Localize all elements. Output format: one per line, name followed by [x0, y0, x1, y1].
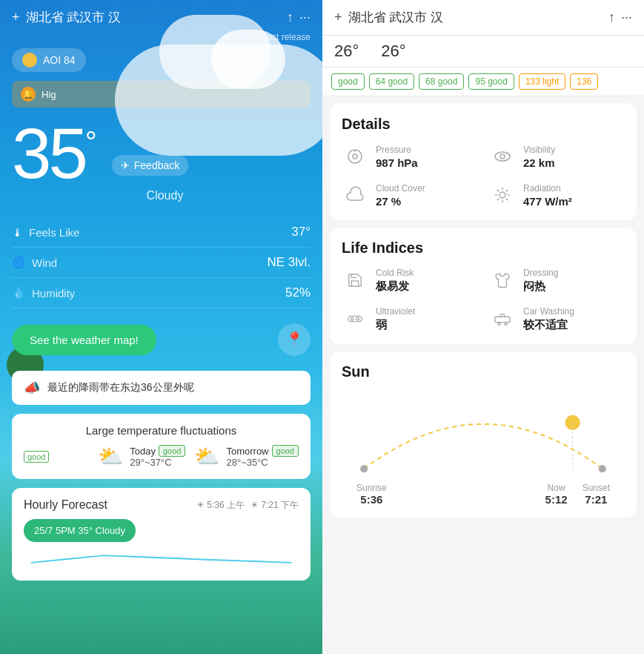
cold-risk-value: 极易发	[376, 280, 414, 294]
left-panel: + 湖北省 武汉市 汉 ↑ ··· just release AOI 84 🔔 …	[0, 0, 322, 654]
ultraviolet-value: 弱	[376, 318, 415, 332]
svg-point-16	[356, 317, 359, 320]
ultraviolet-info: Ultraviolet 弱	[376, 306, 415, 332]
cold-risk-info: Cold Risk 极易发	[376, 268, 414, 294]
car-washing-value: 较不适宜	[523, 318, 574, 332]
pressure-value: 987 hPa	[376, 156, 418, 169]
main-weather: 35 ° ✈ Feedback Cloudy	[0, 110, 322, 202]
right-share-icon[interactable]: ↑	[608, 10, 615, 25]
svg-point-18	[498, 323, 501, 326]
svg-line-12	[506, 190, 508, 191]
details-grid: Pressure 987 hPa Visibility 22 km	[342, 143, 625, 208]
svg-point-1	[353, 154, 357, 159]
pressure-icon	[342, 143, 368, 170]
cloud-cover-icon	[342, 182, 368, 208]
car-washing-label: Car Washing	[523, 306, 574, 317]
car-washing-item: Car Washing 较不适宜	[489, 305, 625, 332]
current-hour-slot: 25/7 5PM 35° Cloudy	[24, 519, 136, 542]
right-temps: 26° 26°	[322, 36, 644, 67]
hourly-graph	[24, 548, 299, 570]
temp-1: 26°	[334, 42, 359, 61]
sunrise-time: 5:36	[356, 493, 387, 506]
aqi-label: AOI 84	[43, 54, 76, 66]
visibility-icon	[489, 143, 516, 170]
cloud-cover-item: Cloud Cover 27 %	[342, 182, 477, 208]
dressing-label: Dressing	[523, 268, 558, 278]
temp-row: 35 ° ✈ Feedback	[12, 118, 311, 189]
humidity-value: 52%	[285, 285, 311, 300]
thermometer-icon: 🌡	[12, 226, 23, 239]
wind-value: NE 3lvl.	[267, 255, 311, 270]
sun-card: Sun Sunrise 5:36 Now	[330, 351, 637, 518]
today-label: Today	[130, 446, 156, 457]
temperature-display: 35	[12, 118, 85, 189]
now-time: 5:12	[545, 493, 568, 506]
svg-point-5	[499, 192, 505, 198]
temp-2: 26°	[381, 42, 405, 61]
weather-details: 🌡 Feels Like 37° 🌀 Wind NE 3lvl. 💧 Humid…	[0, 202, 322, 308]
dressing-item: Dressing 闷热	[489, 267, 625, 294]
radiation-value: 477 W/m²	[523, 195, 572, 208]
left-aqi-badge: good	[24, 451, 49, 463]
right-more-icon[interactable]: ···	[621, 10, 632, 25]
aqi-tag-2: 68 good	[419, 73, 464, 90]
dressing-value: 闷热	[523, 280, 558, 294]
svg-point-21	[360, 465, 368, 472]
temp-fluctuation-card: Large temperature fluctuations good ⛅ To…	[12, 414, 311, 479]
aqi-tag-4: 133 light	[519, 73, 565, 90]
right-add-icon[interactable]: +	[334, 10, 342, 25]
tomorrow-info: Tomorrow good 28°~35°C	[226, 445, 299, 468]
now-name: Now	[545, 483, 568, 493]
map-btn-row: See the weather map! 📍	[0, 308, 322, 371]
hf-header: Hourly Forecast ☀ 5:36 上午 ☀ 7:21 下午	[24, 498, 299, 512]
tf-row: good ⛅ Today good 29°~37°C ⛅ Tomorrow	[24, 444, 299, 469]
feedback-button[interactable]: ✈ Feedback	[112, 155, 188, 176]
aqi-tag-5: 136	[570, 73, 598, 90]
visibility-item: Visibility 22 km	[489, 143, 625, 170]
wind-row: 🌀 Wind NE 3lvl.	[12, 248, 311, 278]
life-indices-card: Life Indices Cold Risk 极易发	[330, 228, 637, 344]
now-sunset-group: Now 5:12 Sunset 7:21	[545, 483, 610, 506]
visibility-label: Visibility	[523, 145, 555, 155]
humidity-row: 💧 Humidity 52%	[12, 278, 311, 308]
feels-like-row: 🌡 Feels Like 37°	[12, 217, 311, 248]
weather-map-button[interactable]: See the weather map!	[12, 325, 156, 355]
sunset-label: Sunset 7:21	[582, 483, 610, 506]
svg-rect-17	[495, 317, 510, 322]
aqi-dot	[22, 53, 37, 67]
sun-labels: Sunrise 5:36 Now 5:12 Sunset 7:21	[342, 483, 625, 506]
map-icon-button[interactable]: 📍	[278, 323, 311, 356]
humidity-label: 💧 Humidity	[12, 286, 75, 300]
left-share-icon[interactable]: ↑	[287, 10, 293, 25]
cold-risk-label: Cold Risk	[376, 268, 414, 278]
cloud-cover-value: 27 %	[376, 195, 425, 208]
add-city-icon[interactable]: +	[12, 10, 20, 25]
left-city-title: 湖北省 武汉市 汉	[26, 9, 281, 26]
aqi-badge: AOI 84	[12, 48, 86, 72]
cold-risk-item: Cold Risk 极易发	[342, 267, 477, 294]
svg-point-22	[599, 465, 606, 472]
pressure-label: Pressure	[376, 145, 418, 155]
alert-icon: 🔔	[21, 87, 36, 102]
svg-point-3	[495, 152, 510, 161]
radiation-icon	[489, 182, 516, 208]
left-more-icon[interactable]: ···	[299, 10, 311, 25]
dressing-info: Dressing 闷热	[523, 268, 558, 294]
aqi-tag-0: good	[331, 73, 365, 90]
svg-rect-14	[348, 316, 362, 321]
degree-symbol: °	[85, 125, 97, 159]
aqi-scroll-row: good 64 good 68 good 95 good 133 light 1…	[322, 67, 644, 96]
dressing-icon	[489, 267, 516, 294]
tomorrow-badge: good	[272, 445, 299, 457]
svg-line-10	[497, 190, 499, 191]
hourly-forecast-card: Hourly Forecast ☀ 5:36 上午 ☀ 7:21 下午 25/7…	[12, 488, 311, 581]
rain-alert: 📣 最近的降雨带在东边36公里外呢	[12, 371, 311, 405]
today-range: 29°~37°C	[130, 457, 185, 468]
sunrise-name: Sunrise	[356, 483, 387, 493]
visibility-info: Visibility 22 km	[523, 145, 555, 169]
tomorrow-weather-icon: ⛅	[194, 444, 220, 469]
today-info: Today good 29°~37°C	[130, 445, 185, 468]
now-label: Now 5:12	[545, 483, 568, 506]
radiation-item: Radiation 477 W/m²	[489, 182, 625, 208]
sun-title: Sun	[342, 363, 625, 380]
